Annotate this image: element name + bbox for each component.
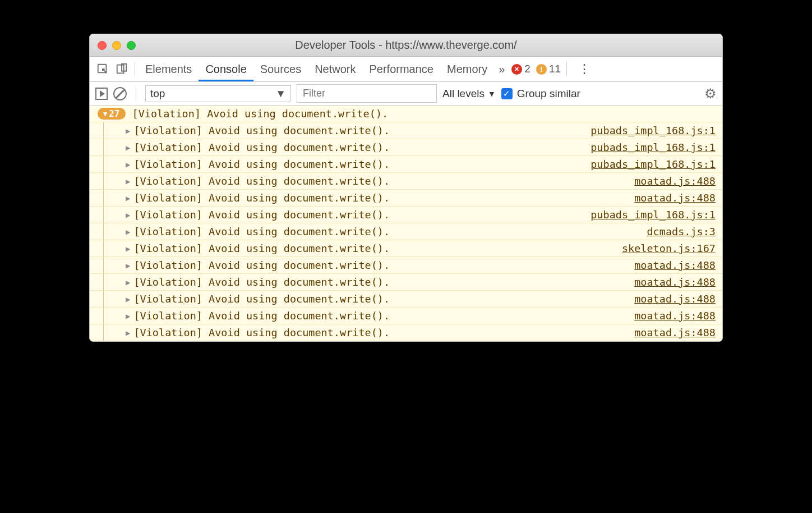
source-link[interactable]: moatad.js:488 (634, 327, 716, 338)
traffic-lights (90, 41, 136, 50)
console-message-row[interactable]: ▶[Violation] Avoid using document.write(… (90, 274, 722, 291)
tab-bar: ElementsConsoleSourcesNetworkPerformance… (90, 57, 722, 82)
show-console-sidebar-button[interactable] (95, 88, 108, 100)
message-text: [Violation] Avoid using document.write()… (133, 209, 390, 221)
expand-icon: ▶ (126, 210, 130, 219)
console-message-row[interactable]: ▶[Violation] Avoid using document.write(… (90, 240, 722, 257)
expand-icon: ▶ (126, 160, 130, 169)
source-link[interactable]: moatad.js:488 (634, 192, 716, 204)
expand-icon: ▶ (126, 278, 130, 287)
context-value: top (150, 88, 165, 100)
warning-count: 11 (549, 63, 561, 75)
context-selector[interactable]: top ▼ (145, 85, 291, 102)
separator (566, 62, 567, 76)
console-group-header[interactable]: 27 [Violation] Avoid using document.writ… (90, 106, 722, 122)
source-link[interactable]: pubads_impl_168.js:1 (590, 158, 716, 170)
window-title: Developer Tools - https://www.theverge.c… (90, 39, 722, 52)
console-message-row[interactable]: ▶[Violation] Avoid using document.write(… (90, 223, 722, 240)
group-message: [Violation] Avoid using document.write()… (132, 108, 389, 120)
inspect-element-icon[interactable] (93, 63, 112, 75)
zoom-window-button[interactable] (127, 41, 136, 50)
levels-label: All levels (442, 88, 485, 100)
message-text: [Violation] Avoid using document.write()… (133, 226, 390, 237)
group-similar-label: Group similar (517, 88, 580, 100)
console-message-row[interactable]: ▶[Violation] Avoid using document.write(… (90, 308, 722, 324)
message-text: [Violation] Avoid using document.write()… (133, 259, 390, 271)
console-message-row[interactable]: ▶[Violation] Avoid using document.write(… (90, 173, 722, 190)
source-link[interactable]: moatad.js:488 (634, 259, 716, 271)
console-message-row[interactable]: ▶[Violation] Avoid using document.write(… (90, 156, 722, 173)
message-text: [Violation] Avoid using document.write()… (133, 293, 390, 305)
expand-icon: ▶ (126, 261, 130, 270)
group-count-badge: 27 (98, 108, 126, 120)
console-message-row[interactable]: ▶[Violation] Avoid using document.write(… (90, 324, 722, 341)
separator (135, 62, 135, 76)
message-text: [Violation] Avoid using document.write()… (133, 158, 390, 170)
source-link[interactable]: moatad.js:488 (634, 293, 716, 305)
devtools-window: Developer Tools - https://www.theverge.c… (89, 34, 723, 342)
message-text: [Violation] Avoid using document.write()… (133, 310, 390, 322)
source-link[interactable]: dcmads.js:3 (647, 226, 716, 237)
tab-memory[interactable]: Memory (440, 57, 494, 81)
error-warning-counts[interactable]: 2 11 (511, 63, 561, 75)
tab-elements[interactable]: Elements (139, 57, 199, 81)
expand-icon: ▶ (126, 177, 130, 186)
expand-icon: ▶ (126, 227, 130, 236)
message-text: [Violation] Avoid using document.write()… (133, 125, 390, 136)
console-settings-icon[interactable]: ⚙ (704, 86, 717, 102)
console-message-row[interactable]: ▶[Violation] Avoid using document.write(… (90, 122, 722, 139)
console-message-row[interactable]: ▶[Violation] Avoid using document.write(… (90, 190, 722, 207)
console-message-row[interactable]: ▶[Violation] Avoid using document.write(… (90, 207, 722, 223)
message-text: [Violation] Avoid using document.write()… (133, 175, 390, 187)
expand-icon: ▶ (126, 244, 130, 253)
source-link[interactable]: moatad.js:488 (634, 276, 716, 288)
expand-icon: ▶ (126, 328, 130, 337)
tab-performance[interactable]: Performance (363, 57, 441, 81)
clear-console-button[interactable] (113, 87, 127, 100)
tab-sources[interactable]: Sources (253, 57, 308, 81)
message-text: [Violation] Avoid using document.write()… (133, 141, 390, 153)
source-link[interactable]: pubads_impl_168.js:1 (590, 209, 716, 221)
expand-icon: ▶ (126, 126, 130, 135)
device-toolbar-icon[interactable] (112, 63, 131, 75)
console-message-row[interactable]: ▶[Violation] Avoid using document.write(… (90, 257, 722, 274)
source-link[interactable]: pubads_impl_168.js:1 (590, 125, 716, 136)
chevron-down-icon: ▼ (275, 88, 286, 100)
source-link[interactable]: skeleton.js:167 (622, 242, 716, 254)
close-window-button[interactable] (98, 41, 107, 50)
minimize-window-button[interactable] (112, 41, 121, 50)
group-similar-checkbox[interactable] (501, 88, 513, 99)
more-tabs-button[interactable]: » (494, 63, 509, 76)
console-message-row[interactable]: ▶[Violation] Avoid using document.write(… (90, 139, 722, 156)
source-link[interactable]: pubads_impl_168.js:1 (590, 141, 716, 153)
log-levels-selector[interactable]: All levels ▼ (442, 88, 496, 100)
titlebar: Developer Tools - https://www.theverge.c… (90, 34, 722, 57)
error-count: 2 (524, 63, 530, 75)
expand-icon: ▶ (126, 143, 130, 152)
separator (136, 86, 136, 101)
settings-menu-button[interactable]: ⋮ (570, 62, 598, 76)
console-output: 27 [Violation] Avoid using document.writ… (90, 106, 722, 341)
source-link[interactable]: moatad.js:488 (634, 310, 716, 322)
console-message-row[interactable]: ▶[Violation] Avoid using document.write(… (90, 291, 722, 308)
message-text: [Violation] Avoid using document.write()… (133, 242, 390, 254)
tab-network[interactable]: Network (308, 57, 362, 81)
tab-console[interactable]: Console (199, 57, 253, 81)
chevron-down-icon: ▼ (488, 89, 496, 98)
expand-icon: ▶ (126, 312, 130, 320)
expand-icon: ▶ (126, 194, 130, 203)
message-text: [Violation] Avoid using document.write()… (133, 327, 390, 338)
message-text: [Violation] Avoid using document.write()… (133, 192, 390, 204)
console-toolbar: top ▼ All levels ▼ Group similar ⚙ (90, 82, 722, 106)
error-icon (511, 64, 522, 75)
expand-icon: ▶ (126, 295, 130, 304)
source-link[interactable]: moatad.js:488 (634, 175, 716, 187)
message-text: [Violation] Avoid using document.write()… (133, 276, 390, 288)
svg-rect-1 (117, 65, 124, 74)
filter-input[interactable] (297, 84, 437, 103)
warning-icon (536, 64, 547, 75)
